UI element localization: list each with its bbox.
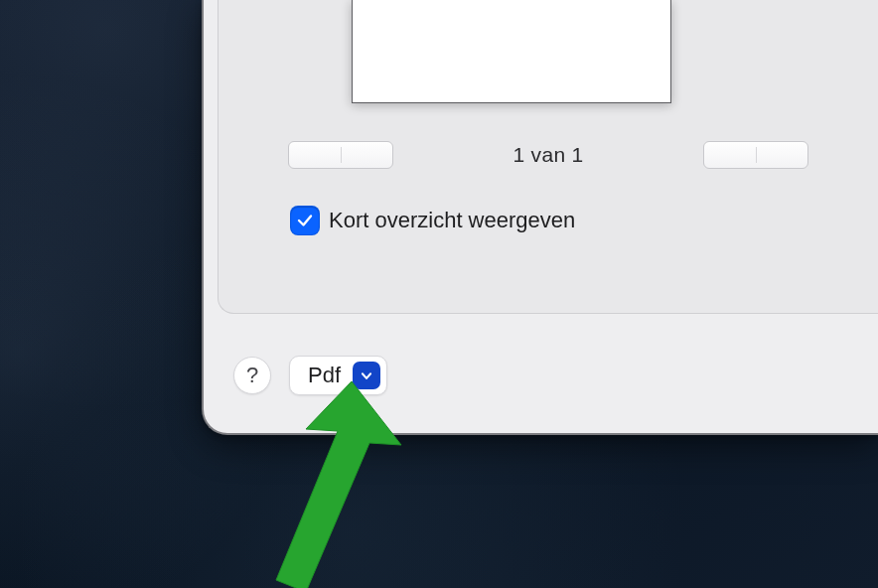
checkmark-icon	[296, 212, 314, 229]
page-indicator: 1 van 1	[513, 143, 584, 167]
pager-next-last-button[interactable]	[703, 141, 808, 169]
preview-panel: 1 van 1 Kort overzicht weergeven	[218, 0, 878, 314]
page-navigation: 1 van 1	[288, 141, 808, 169]
pdf-dropdown-button[interactable]: Pdf	[289, 356, 387, 395]
help-button[interactable]: ?	[233, 357, 271, 394]
pager-first-prev-button[interactable]	[288, 141, 393, 169]
chevron-down-icon	[353, 362, 380, 389]
dialog-footer: ? Pdf	[233, 356, 387, 395]
show-summary-row: Kort overzicht weergeven	[291, 207, 575, 234]
pdf-dropdown-label: Pdf	[308, 363, 341, 388]
page-preview-canvas	[352, 0, 671, 103]
print-dialog-window: 1 van 1 Kort overzicht weergeven ? Pdf	[202, 0, 878, 435]
pager-divider	[756, 147, 757, 163]
pager-divider	[341, 147, 342, 163]
show-summary-label: Kort overzicht weergeven	[329, 208, 575, 233]
show-summary-checkbox[interactable]	[291, 207, 319, 234]
